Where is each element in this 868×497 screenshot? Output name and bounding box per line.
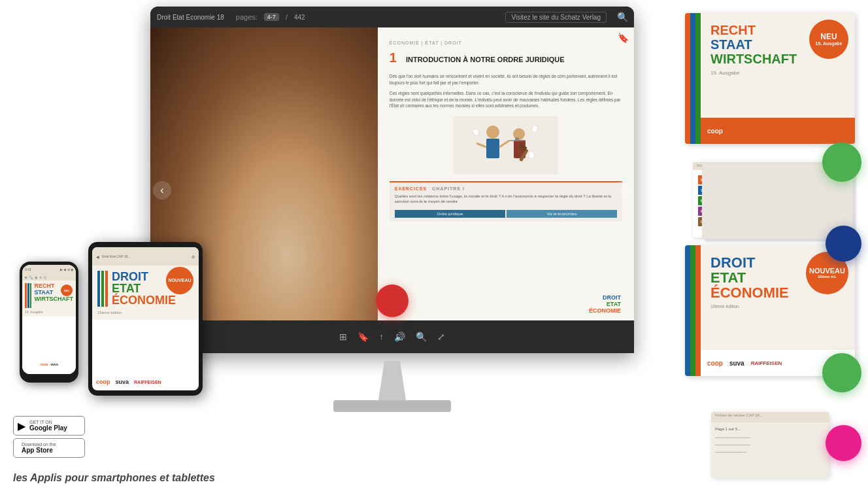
google-play-badge[interactable]: ▶ GET IT ON Google Play	[13, 416, 85, 436]
pages-range: 4-7	[264, 13, 279, 21]
svg-point-1	[486, 126, 499, 139]
search-bar-icon[interactable]: 🔍	[416, 332, 427, 342]
phone-neu-badge: NEU	[61, 284, 73, 296]
phone-bottom-strip: coop suva	[22, 354, 76, 374]
rsw-stripe-blue	[690, 13, 695, 144]
monitor-toolbar: Droit Etat Economie 18 pages: 4-7 / 442 …	[150, 7, 634, 27]
tablet-raiffeisen-logo: RAIFFEISEN	[134, 380, 161, 385]
book-rsw: RECHT STAAT WIRTSCHAFT 19. Ausgabe NEU 1…	[685, 13, 855, 144]
phone-nav-bar: ◀ 🔍 ◉ ⊕ Q	[22, 274, 76, 281]
google-play-name: Google Play	[29, 424, 67, 432]
pages-separator: /	[286, 13, 288, 21]
tablet-nouveau-label: NOUVEAU	[168, 278, 191, 283]
exercises-label: EXERCICES	[395, 186, 427, 191]
rsw-bottom-band: coop	[701, 118, 855, 144]
prev-page-arrow[interactable]: ‹	[153, 181, 171, 199]
phone-status-bar: 9:41 ▶ ◀ ⊕ ◉	[22, 265, 76, 274]
chapter-number: 1	[390, 50, 397, 65]
tablet-logos: coop suva RAIFFEISEN	[96, 379, 195, 385]
tablet-edition: 18ème édition	[97, 311, 193, 315]
store-badges: ▶ GET IT ON Google Play Download on the …	[13, 416, 85, 458]
chapter-ref: CHAPITRE I	[432, 186, 465, 191]
record-dot	[376, 284, 409, 317]
share-icon[interactable]: ↑	[379, 332, 384, 342]
dot-green-1	[822, 143, 861, 182]
chapter-illustration	[454, 116, 558, 175]
rsw-stripes: RECHT STAAT WIRTSCHAFT 19. Ausgabe NEU 1…	[685, 13, 855, 144]
google-play-text: GET IT ON Google Play	[29, 420, 67, 432]
rsw-neu-badge: NEU 19. Ausgabe	[809, 20, 848, 59]
monitor: Droit Etat Economie 18 pages: 4-7 / 442 …	[131, 7, 654, 412]
monitor-screen: Droit Etat Economie 18 pages: 4-7 / 442 …	[150, 7, 634, 353]
thumb-header: Fiches de remise CAP 18...	[711, 412, 829, 422]
grid-icon[interactable]: ⊞	[339, 332, 347, 342]
thumb-content: Page 1 sur 5... ————————— ————————— ————…	[711, 422, 829, 459]
phone-neu-label: NEU	[64, 289, 69, 292]
table-row: Ordre juridique Vie et économies	[395, 210, 617, 218]
chapter-title: INTRODUCTION À NOTRE ORDRE JURIDIQUE	[406, 55, 565, 64]
monitor-stand	[327, 361, 458, 412]
volume-icon[interactable]: 🔊	[394, 332, 405, 342]
dot-blue	[826, 226, 861, 262]
tablet-screen: ◀ Droit Etat CAP 18... ⚙ DROIT ETAT ÉCON…	[92, 247, 199, 390]
bookmark-icon[interactable]: 🔖	[618, 33, 629, 43]
doc-table: Ordre juridique Vie et économies	[395, 210, 617, 218]
stripe-orange	[105, 271, 108, 307]
document-title: Droit Etat Economie 18	[157, 14, 224, 21]
google-play-icon: ▶	[18, 420, 25, 432]
rsw-main: RECHT STAAT WIRTSCHAFT 19. Ausgabe NEU 1…	[701, 13, 855, 144]
dot-green-2	[822, 353, 861, 392]
phone-coop-logo: coop	[40, 362, 48, 366]
tablet-coop-logo: coop	[96, 379, 110, 385]
doc-category: ÉCONOMIE | ÉTAT | DROIT	[390, 41, 622, 45]
tablet-title-economie: ÉCONOMIE	[112, 294, 176, 306]
dee-coop-logo: coop	[707, 360, 723, 367]
rsw-stripe-green	[695, 13, 701, 144]
dee-stripe-orange	[695, 245, 701, 376]
monitor-base	[333, 400, 451, 412]
tablet-nouveau-badge: NOUVEAU	[166, 267, 193, 294]
next-page-arrow[interactable]: ›	[613, 181, 631, 199]
rsw-stripe-orange	[685, 13, 690, 144]
svg-point-5	[513, 128, 525, 140]
exercise-text: Quelles sont les relations entre l'usage…	[395, 194, 617, 205]
tablet-header: ◀ Droit Etat CAP 18... ⚙	[92, 247, 199, 266]
phone-stripe-orange	[25, 283, 27, 308]
phone-title-wirtschaft: WIRTSCHAFT	[34, 296, 73, 303]
tablet-suva-logo: suva	[116, 379, 129, 385]
dee-corner-logo: DROIT ETAT ÉCONOMIE	[589, 294, 621, 314]
phone-suva-logo: suva	[50, 362, 58, 366]
thumbnail-bottom: Fiches de remise CAP 18... Page 1 sur 5.…	[711, 412, 829, 477]
dee-raiffeisen-logo: RAIFFEISEN	[751, 360, 782, 366]
stripe-green	[101, 271, 104, 307]
page-right-document: ÉCONOMIE | ÉTAT | DROIT 1 INTRODUCTION À…	[378, 27, 634, 353]
app-store-badge[interactable]: Download on the App Store	[13, 438, 85, 458]
search-icon[interactable]: 🔍	[617, 12, 627, 22]
body-text-2: Ces règles sont quelquefois informelles.…	[390, 90, 622, 109]
svg-rect-0	[454, 116, 558, 175]
phone-edition: 19. Ausgabe	[25, 310, 73, 314]
app-store-get-it: Download on the	[22, 442, 56, 447]
monitor-neck	[373, 361, 412, 400]
visit-site-button[interactable]: Visitez le site du Schatz Verlag	[505, 12, 607, 23]
rsw-neu-label: NEU	[820, 33, 837, 41]
pages-label: pages:	[236, 13, 258, 21]
table-col1: Ordre juridique	[395, 210, 505, 218]
google-play-get-it: GET IT ON	[29, 420, 67, 424]
phone-stripe-blue	[27, 283, 29, 308]
phone-stripe-green	[30, 283, 32, 308]
dee-edition: 18ème édition	[710, 304, 845, 309]
exercises-section: EXERCICES CHAPITRE I Quelles sont les re…	[390, 181, 622, 222]
svg-point-8	[515, 137, 519, 141]
svg-rect-2	[486, 139, 499, 158]
svg-rect-11	[528, 151, 535, 158]
fullscreen-icon[interactable]: ⤢	[437, 332, 445, 342]
phone-device: 9:41 ▶ ◀ ⊕ ◉ ◀ 🔍 ◉ ⊕ Q RECHT STAAT WIRTS…	[20, 262, 78, 383]
dee-stripe-green	[690, 245, 695, 376]
dee-nouveau-label: NOUVEAU	[809, 267, 845, 275]
dot-pink	[826, 425, 861, 461]
table-col2: Vie et économies	[507, 210, 617, 218]
app-store-name: App Store	[22, 447, 56, 454]
bookmark-bar-icon[interactable]: 🔖	[358, 332, 369, 342]
app-store-text: Download on the App Store	[22, 442, 56, 454]
